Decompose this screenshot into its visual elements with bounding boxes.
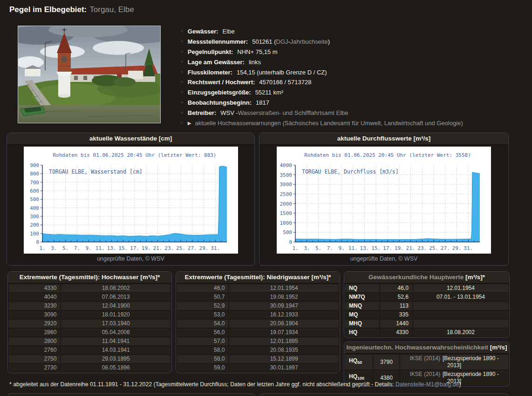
bullet-icon: ○ — [181, 121, 183, 125]
footnote-post: ) — [459, 381, 461, 388]
info-item: ○Einzugsgebietsgröße:55211 km² — [181, 87, 528, 98]
svg-text:5.: 5. — [62, 245, 68, 251]
info-link[interactable]: Jahrbuchseite — [290, 38, 328, 45]
value-cell: 52,9 — [177, 302, 228, 310]
table-row: NQ46,012.01.1954 — [345, 284, 508, 292]
value-cell: 57,0 — [177, 337, 228, 345]
date-cell: 18.01.1920 — [61, 311, 171, 319]
table-row: 273008.05.1896 — [9, 364, 171, 372]
info-label: Rechtswert / Hochwert: — [188, 79, 255, 86]
value-cell: 54,0 — [177, 320, 228, 328]
svg-text:700: 700 — [30, 180, 39, 186]
info-link[interactable]: aktuelle Hochwasserwarnungen (Sächsische… — [195, 120, 463, 127]
source-link[interactable]: IKSE (2014) — [410, 355, 440, 362]
info-item: ○Gewässer:Elbe — [181, 27, 528, 37]
info-value: 154,15 (unterhalb Grenze D / CZ) — [237, 69, 327, 76]
table-row: 323012.04.1900 — [9, 302, 171, 310]
date-cell — [413, 320, 508, 328]
svg-text:3000: 3000 — [280, 181, 293, 188]
expand-arrow-icon[interactable]: ▶ — [188, 121, 191, 126]
info-link[interactable]: Wasserstraßen- und Schifffahrtsamt Elbe — [238, 109, 348, 116]
info-item: ○▶aktuelle Hochwasserwarnungen (Sächsisc… — [181, 118, 528, 128]
table-row: NM7Q52,607.01. - 13.01.1954 — [345, 293, 508, 301]
table-row: 58,015.12.1899 — [177, 355, 339, 363]
waterlevel-chart-image[interactable]: Rohdaten bis 01.06.2025 20:45 Uhr (letzt… — [24, 147, 238, 254]
svg-text:13.: 13. — [360, 245, 369, 251]
reference-period: [Bezugsperiode 1890 - 2013] — [443, 355, 499, 369]
footnote: * abgeleitet aus der Datenreihe 01.11.18… — [9, 381, 524, 388]
hq-probability-table-title: Ingenieurtechn. Hochwasserwahrscheinlich… — [344, 342, 509, 354]
bullet-icon: ○ — [181, 70, 183, 74]
svg-text:9.: 9. — [338, 245, 344, 251]
value-cell: 52,6 — [380, 293, 412, 301]
svg-text:Rohdaten bis 01.06.2025 20:45: Rohdaten bis 01.06.2025 20:45 Uhr (letzt… — [304, 152, 471, 158]
value-cell: 4330 — [380, 329, 412, 336]
value-cell: 1440 — [380, 320, 412, 328]
date-cell: 12.04.1900 — [61, 302, 171, 310]
value-cell: 3230 — [9, 302, 60, 310]
info-value: Elbe — [223, 28, 235, 35]
source-link[interactable]: IKSE (2014) — [410, 371, 440, 377]
svg-text:5.: 5. — [315, 245, 321, 251]
bullet-icon: ○ — [181, 49, 183, 54]
next-section-panel-left — [7, 393, 255, 396]
discharge-chart-image[interactable]: Rohdaten bis 01.06.2025 20:45 Uhr (letzt… — [277, 147, 491, 254]
info-label: Lage am Gewässer: — [188, 59, 245, 66]
svg-text:100: 100 — [30, 231, 39, 237]
table-row: 58,020.08.1935 — [177, 346, 339, 354]
parameter-cell: NQ — [345, 284, 379, 292]
table-row: HQ503790IKSE (2014)[Bezugsperiode 1890 -… — [345, 355, 508, 369]
date-cell: 20.08.1904 — [229, 320, 339, 328]
value-cell: 2800 — [9, 337, 60, 345]
info-item: ○Pegelnullpunkt:NHN+ 75,15 m — [181, 47, 528, 57]
value-cell: 335 — [380, 311, 412, 319]
info-label: Betreiber: — [188, 109, 216, 116]
svg-text:900: 900 — [30, 162, 39, 168]
svg-text:21.: 21. — [153, 245, 162, 251]
page-title: Pegel im Elbegebiet: — [9, 5, 87, 14]
svg-text:13.: 13. — [107, 245, 116, 251]
table-row: 309018.01.1920 — [9, 311, 171, 319]
svg-text:3.: 3. — [51, 245, 57, 251]
next-section-panel-right — [260, 393, 509, 396]
bullet-icon: ○ — [181, 80, 183, 84]
hauptwerte-table: NQ46,012.01.1954NM7Q52,607.01. - 13.01.1… — [344, 283, 509, 337]
date-cell: 30.01.1897 — [229, 364, 339, 372]
date-cell: 05.04.2006 — [61, 329, 171, 336]
source-cell: IKSE (2014)[Bezugsperiode 1890 - 2013] — [400, 355, 508, 369]
date-cell: 17.03.1940 — [61, 320, 171, 328]
table-row: MHQ1440 — [345, 320, 508, 328]
niedrigwasser-table-panel: Extremwerte (Tagesmittel): Niedrigwasser… — [176, 271, 340, 373]
svg-text:17.: 17. — [130, 245, 139, 251]
svg-text:1000: 1000 — [280, 220, 293, 226]
svg-text:19.: 19. — [141, 245, 150, 251]
date-cell: 19.08.1952 — [229, 293, 339, 301]
svg-text:3500: 3500 — [280, 172, 293, 178]
waterlevel-chart-caption: ungeprüfte Daten, © WSV — [7, 255, 254, 262]
svg-text:2500: 2500 — [280, 191, 293, 197]
parameter-cell: MQ — [345, 311, 379, 319]
date-cell: 12.01.1954 — [413, 284, 508, 292]
svg-text:29.: 29. — [452, 245, 462, 251]
info-label: Messstellennummer: — [188, 38, 248, 45]
value-cell: 113 — [380, 302, 412, 310]
value-cell: 59,0 — [177, 364, 228, 372]
parameter-cell: HQ50 — [345, 355, 373, 369]
value-cell: 56,0 — [177, 329, 228, 336]
info-item: ○Beobachtungsbeginn:1817 — [181, 98, 528, 108]
hochwasser-table-panel: Extremwerte (Tagesmittel): Hochwasser [m… — [7, 271, 172, 373]
info-value: links — [249, 59, 261, 66]
table-row: 53,016.12.1933 — [177, 311, 339, 319]
contact-link[interactable]: Datenstelle-M1@bafg.de — [396, 381, 459, 388]
value-cell: 50,7 — [177, 293, 228, 301]
date-cell: 16.12.1933 — [229, 311, 339, 319]
info-label: Flusskilometer: — [188, 69, 232, 76]
table-row: 286005.04.2006 — [9, 329, 171, 336]
svg-text:0: 0 — [289, 239, 292, 245]
info-link[interactable]: DGJ — [276, 38, 288, 45]
info-item: ○Rechtswert / Hochwert:4570166 / 5713728 — [181, 77, 528, 87]
value-cell: 2730 — [9, 364, 60, 372]
svg-text:27.: 27. — [187, 245, 197, 251]
value-cell: 2860 — [9, 329, 60, 336]
footnote-text: * abgeleitet aus der Datenreihe 01.11.18… — [9, 381, 396, 388]
